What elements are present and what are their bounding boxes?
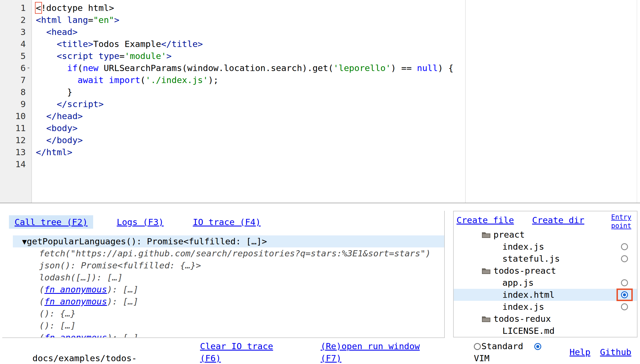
code-line[interactable]: </head> <box>36 110 640 122</box>
tree-item-name: app.js <box>502 278 534 288</box>
line-number: 1 <box>0 2 31 14</box>
code-line[interactable]: </html> <box>36 146 640 158</box>
call-tree-row[interactable]: (fn anonymous): […] <box>2 296 444 308</box>
code-token: <body> <box>46 123 77 133</box>
call-tree-text: ): […] <box>107 296 138 306</box>
anonymous-fn-link[interactable]: fn anonymous <box>44 284 107 294</box>
code-token: if <box>67 63 77 73</box>
tree-file-row[interactable]: app.js <box>454 277 637 289</box>
file-manager-panel: Create file Create dir Entry point preac… <box>453 211 637 337</box>
code-token: </title> <box>161 39 203 49</box>
code-line[interactable]: <!doctype html> <box>36 2 640 14</box>
line-number-text: 2 <box>20 15 26 25</box>
editor-ruler <box>465 0 466 203</box>
create-dir-link[interactable]: Create dir <box>532 214 584 226</box>
line-number-text: 14 <box>15 159 26 169</box>
create-file-link[interactable]: Create file <box>457 214 514 226</box>
tree-folder-row[interactable]: todos-preact <box>454 265 637 277</box>
code-line[interactable]: </body> <box>36 134 640 146</box>
code-line[interactable]: <html lang="en"> <box>36 14 640 26</box>
code-line[interactable]: <script type='module'> <box>36 50 640 62</box>
line-number-text: 12 <box>15 135 26 145</box>
github-link[interactable]: Github <box>600 346 631 358</box>
call-tree-text: ( <box>39 296 44 306</box>
code-line[interactable]: <head> <box>36 26 640 38</box>
line-number-text: 7 <box>20 75 26 85</box>
current-file-path: docs/examples/todos- preact/index.html <box>1 340 137 364</box>
entry-point-radio[interactable] <box>621 255 628 262</box>
code-line[interactable]: <body> <box>36 122 640 134</box>
call-tree-row[interactable]: (): […] <box>2 320 444 332</box>
editor-scrollbar[interactable] <box>637 0 637 203</box>
clear-io-trace-link[interactable]: Clear IO trace (F6) <box>200 340 273 364</box>
vim-keybinding-radio[interactable] <box>534 343 541 350</box>
tab-logs[interactable]: Logs (F3) <box>111 215 169 229</box>
standard-keybinding-label[interactable]: Standard <box>481 341 523 351</box>
code-line[interactable]: } <box>36 86 640 98</box>
tree-file-row[interactable]: index.html <box>454 289 637 301</box>
radio-dot-icon <box>536 345 539 348</box>
line-number: 6- <box>0 62 31 74</box>
line-number-text: 3 <box>20 27 26 37</box>
tab-call-tree[interactable]: Call tree (F2) <box>9 215 93 229</box>
tab-io-trace[interactable]: IO trace (F4) <box>187 215 266 229</box>
collapse-arrow-icon[interactable]: ▼ <box>22 237 27 246</box>
call-tree-row[interactable]: (fn anonymous): […] <box>2 332 444 338</box>
call-tree-text: (): […] <box>39 320 76 330</box>
reopen-run-window-link[interactable]: (Re)open run window (F7) <box>321 340 420 364</box>
tree-item-name: todos-redux <box>493 314 551 324</box>
tree-item-name: todos-preact <box>493 266 556 276</box>
fold-marker-icon[interactable]: - <box>27 62 30 74</box>
help-link[interactable]: Help <box>570 346 590 358</box>
code-token: <head> <box>46 27 77 37</box>
call-tree-row[interactable]: (fn anonymous): […] <box>2 283 444 296</box>
code-token: ( <box>77 63 83 73</box>
call-tree-row[interactable]: (): {…} <box>2 308 444 320</box>
code-token <box>36 51 57 61</box>
vim-keybinding-label[interactable]: VIM <box>474 352 542 364</box>
tree-folder-row[interactable]: todos-redux <box>454 313 637 325</box>
code-token: 'module' <box>124 51 166 61</box>
clear-io-line1: Clear IO trace <box>200 341 273 351</box>
tree-file-row[interactable]: index.js <box>454 241 637 253</box>
tree-folder-row[interactable]: preact <box>454 229 637 241</box>
line-number: 8 <box>0 86 31 98</box>
call-tree-row[interactable]: json(): Promise<fulfilled: {…}> <box>2 259 444 271</box>
code-token <box>36 75 77 85</box>
entry-point-column-label: Entry point <box>611 213 631 230</box>
call-tree-row[interactable]: ▼getPopularLanguages(): Promise<fulfille… <box>13 235 444 247</box>
code-line[interactable]: </script> <box>36 98 640 110</box>
code-token: "en" <box>93 15 114 25</box>
call-tree-text: json(): Promise<fulfilled: {…}> <box>39 260 201 270</box>
code-token: 'leporello' <box>333 63 391 73</box>
code-token: > <box>166 51 172 61</box>
anonymous-fn-link[interactable]: fn anonymous <box>44 296 107 306</box>
entry-point-highlight-box <box>617 289 633 301</box>
entry-point-radio[interactable] <box>621 243 628 250</box>
call-tree-row[interactable]: fetch("https://api.github.com/search/rep… <box>2 247 444 259</box>
tree-file-row[interactable]: LICENSE.md <box>454 325 637 337</box>
editor-code-area[interactable]: <!doctype html><html lang="en"> <head> <… <box>32 0 640 203</box>
code-token <box>93 51 98 61</box>
code-editor[interactable]: 123456-7891011121314 <!doctype html><htm… <box>0 0 640 203</box>
code-token: ) == <box>391 63 417 73</box>
code-line[interactable]: if(new URLSearchParams(window.location.s… <box>36 62 640 74</box>
code-line[interactable]: await import('./index.js'); <box>36 74 640 86</box>
code-token: URLSearchParams(window.location.search).… <box>98 63 333 73</box>
call-tree-text: ( <box>39 284 44 294</box>
code-line[interactable] <box>36 158 640 170</box>
code-token: ) { <box>438 63 453 73</box>
anonymous-fn-link[interactable]: fn anonymous <box>44 332 107 338</box>
entry-point-radio[interactable] <box>621 303 628 310</box>
editor-gutter: 123456-7891011121314 <box>0 0 32 203</box>
code-token: <title> <box>57 39 93 49</box>
entry-point-radio[interactable] <box>621 279 628 286</box>
call-tree-panel: Call tree (F2)Logs (F3)IO trace (F4) ▼ge… <box>2 211 445 338</box>
standard-keybinding-radio[interactable] <box>474 343 481 350</box>
code-token <box>104 75 109 85</box>
call-tree-row[interactable]: lodash([…]): […] <box>2 271 444 283</box>
code-token: <script <box>57 51 93 61</box>
tree-file-row[interactable]: stateful.js <box>454 253 637 265</box>
code-line[interactable]: <title>Todos Example</title> <box>36 38 640 50</box>
tree-file-row[interactable]: index.js <box>454 301 637 313</box>
